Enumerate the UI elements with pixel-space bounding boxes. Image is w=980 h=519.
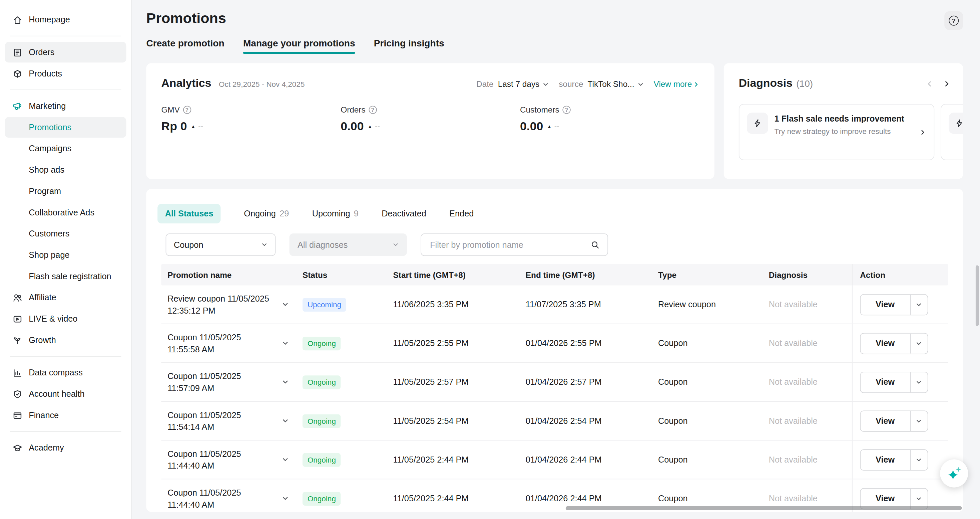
search-icon[interactable] (591, 240, 600, 249)
metric-customers: Customers? 0.00▲-- (520, 105, 700, 133)
diagnosis-flash-sale-card[interactable]: 1 Flash sale needs improvement Try new s… (739, 104, 934, 160)
sidebar-item-account-health[interactable]: Account health (5, 384, 126, 404)
diagnosis-next-card-partial[interactable] (941, 104, 963, 160)
tab-create-promotion[interactable]: Create promotion (146, 37, 224, 54)
summary-cards-row: Analytics Oct 29,2025 - Nov 4,2025 Date … (146, 63, 963, 179)
question-circle-icon[interactable]: ? (183, 106, 191, 114)
status-badge: Ongoing (302, 336, 341, 350)
help-button[interactable]: ? (944, 11, 963, 30)
metric-delta: -- (198, 122, 203, 131)
source-select[interactable]: TikTok Sho... (588, 80, 644, 89)
view-button[interactable]: View (861, 295, 910, 315)
column-header-end-time: End time (GMT+8) (519, 270, 652, 279)
view-button[interactable]: View (861, 450, 910, 469)
chevron-down-icon (282, 340, 289, 347)
promotion-type: Coupon (652, 416, 762, 425)
delta-up-icon: ▲ (191, 124, 196, 129)
search-input[interactable] (429, 240, 590, 250)
sidebar-item-live-video[interactable]: LIVE & video (5, 308, 126, 329)
question-circle-icon[interactable]: ? (369, 106, 377, 114)
sidebar-item-growth[interactable]: Growth (5, 330, 126, 350)
sidebar-item-affiliate[interactable]: Affiliate (5, 287, 126, 308)
tab-pricing-insights[interactable]: Pricing insights (374, 37, 444, 54)
status-tab-count: 9 (354, 209, 359, 219)
metric-label: Customers (520, 105, 559, 115)
status-tab-ended[interactable]: Ended (449, 209, 474, 219)
chevron-right-icon (943, 80, 950, 87)
tab-manage-your-promotions[interactable]: Manage your promotions (243, 37, 355, 54)
view-button[interactable]: View (861, 411, 910, 431)
view-button[interactable]: View (861, 333, 910, 353)
promotion-type: Coupon (652, 339, 762, 348)
sidebar-item-marketing[interactable]: Marketing (5, 96, 126, 117)
view-dropdown-button[interactable] (910, 333, 927, 353)
status-tab-label: Ended (449, 209, 474, 219)
status-tab-ongoing[interactable]: Ongoing29 (244, 209, 289, 219)
sidebar-item-label: Finance (29, 410, 59, 420)
start-time: 11/05/2025 2:54 PM (387, 416, 519, 425)
chevron-down-icon (543, 81, 549, 88)
status-tab-deactivated[interactable]: Deactivated (382, 209, 426, 219)
view-dropdown-button[interactable] (910, 411, 927, 431)
row-expand-button[interactable] (280, 493, 290, 503)
diagnosis-next-button[interactable] (943, 80, 950, 87)
status-tab-upcoming[interactable]: Upcoming9 (312, 209, 359, 219)
sidebar-item-label: Homepage (29, 15, 70, 24)
sidebar-divider (10, 89, 121, 90)
view-more-link[interactable]: View more (654, 80, 700, 89)
view-dropdown-button[interactable] (910, 295, 927, 315)
sidebar-item-label: Customers (29, 229, 69, 238)
sidebar-item-data-compass[interactable]: Data compass (5, 363, 126, 383)
promotions-list-card: All Statuses Ongoing29 Upcoming9 Deactiv… (146, 189, 963, 512)
sidebar-item-homepage[interactable]: Homepage (5, 10, 126, 30)
sidebar-item-academy[interactable]: Academy (5, 438, 126, 458)
ai-assistant-button[interactable] (940, 459, 968, 487)
chevron-down-icon (638, 81, 644, 88)
view-button[interactable]: View (861, 372, 910, 392)
row-expand-button[interactable] (280, 300, 290, 309)
promotion-name: Coupon 11/05/202511:44:40 AM (167, 487, 241, 510)
sidebar-item-finance[interactable]: Finance (5, 405, 126, 425)
sidebar-item-shop-page[interactable]: Shop page (5, 245, 126, 265)
sidebar-item-products[interactable]: Products (5, 63, 126, 84)
row-expand-button[interactable] (280, 416, 290, 425)
diagnosis-prev-button[interactable] (926, 80, 933, 87)
diagnoses-select[interactable]: All diagnoses (290, 233, 407, 256)
column-header-start-time: Start time (GMT+8) (387, 270, 519, 279)
sidebar-item-label: Collaborative Ads (29, 208, 94, 217)
sidebar-item-promotions[interactable]: Promotions (5, 117, 126, 137)
question-circle-icon[interactable]: ? (562, 106, 570, 114)
sidebar-item-flash-sale-registration[interactable]: Flash sale registration (5, 266, 126, 287)
view-dropdown-button[interactable] (910, 450, 927, 469)
row-expand-button[interactable] (280, 455, 290, 464)
row-action: View (860, 410, 928, 431)
column-header-diagnosis: Diagnosis (762, 270, 852, 279)
sidebar-item-program[interactable]: Program (5, 181, 126, 202)
status-tab-label: Ongoing (244, 209, 276, 219)
view-button[interactable]: View (861, 488, 910, 508)
end-time: 01/04/2026 2:44 PM (519, 493, 652, 503)
sidebar-item-campaigns[interactable]: Campaigns (5, 138, 126, 159)
row-expand-button[interactable] (280, 339, 290, 348)
promotion-type-select[interactable]: Coupon (166, 233, 276, 256)
products-icon (12, 69, 22, 78)
sidebar-item-shop-ads[interactable]: Shop ads (5, 160, 126, 180)
sidebar-item-collaborative-ads[interactable]: Collaborative Ads (5, 202, 126, 223)
analytics-title: Analytics (161, 77, 211, 90)
sidebar: Homepage Orders Products Marketing Promo… (0, 0, 132, 519)
vertical-scrollbar[interactable] (976, 265, 978, 326)
metric-delta: -- (554, 122, 559, 131)
sidebar-item-orders[interactable]: Orders (5, 42, 126, 63)
sidebar-item-label: Account health (29, 389, 84, 398)
sidebar-item-customers[interactable]: Customers (5, 224, 126, 244)
status-tab-all[interactable]: All Statuses (158, 204, 221, 224)
chevron-down-icon (282, 456, 289, 463)
diagnosis-value: Not available (762, 377, 852, 387)
view-dropdown-button[interactable] (910, 488, 927, 508)
view-dropdown-button[interactable] (910, 372, 927, 392)
date-select[interactable]: Last 7 days (498, 80, 549, 89)
horizontal-scrollbar[interactable] (566, 506, 962, 510)
row-expand-button[interactable] (280, 377, 290, 387)
diagnoses-value: All diagnoses (298, 240, 348, 249)
page-title: Promotions (146, 10, 226, 27)
